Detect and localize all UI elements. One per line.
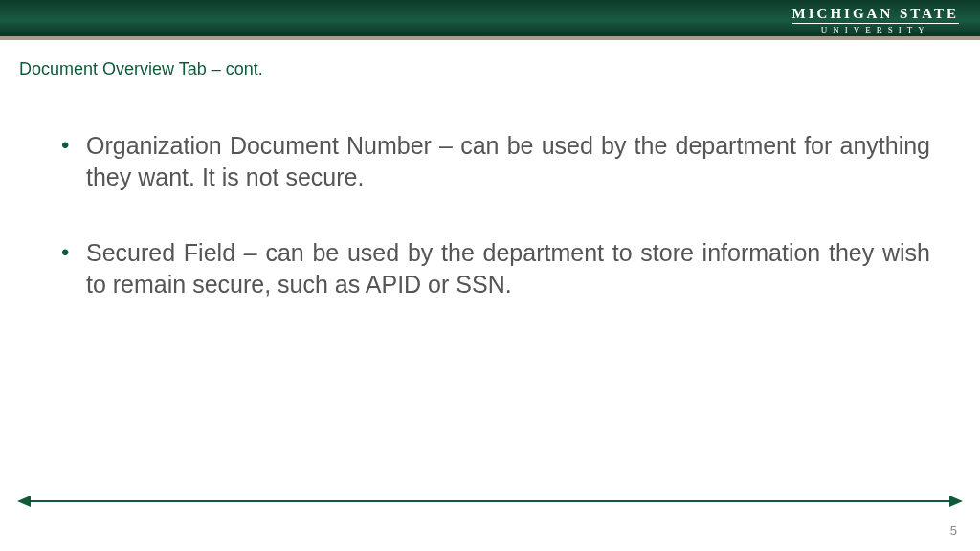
slide-title: Document Overview Tab – cont.: [19, 59, 263, 79]
msu-logo: MICHIGAN STATE UNIVERSITY: [792, 6, 959, 34]
divider-line: [31, 500, 949, 502]
slide: MICHIGAN STATE UNIVERSITY Document Overv…: [0, 0, 980, 551]
bullet-item: Organization Document Number – can be us…: [57, 130, 930, 193]
slide-body: Organization Document Number – can be us…: [57, 130, 930, 344]
bullet-item: Secured Field – can be used by the depar…: [57, 237, 930, 300]
page-number: 5: [950, 523, 957, 538]
header-band: MICHIGAN STATE UNIVERSITY: [0, 0, 980, 40]
divider-arrow: [17, 495, 963, 508]
arrow-right-icon: [949, 496, 963, 507]
logo-text-sub: UNIVERSITY: [792, 25, 959, 34]
logo-text-main: MICHIGAN STATE: [792, 6, 959, 24]
arrow-left-icon: [17, 496, 31, 507]
